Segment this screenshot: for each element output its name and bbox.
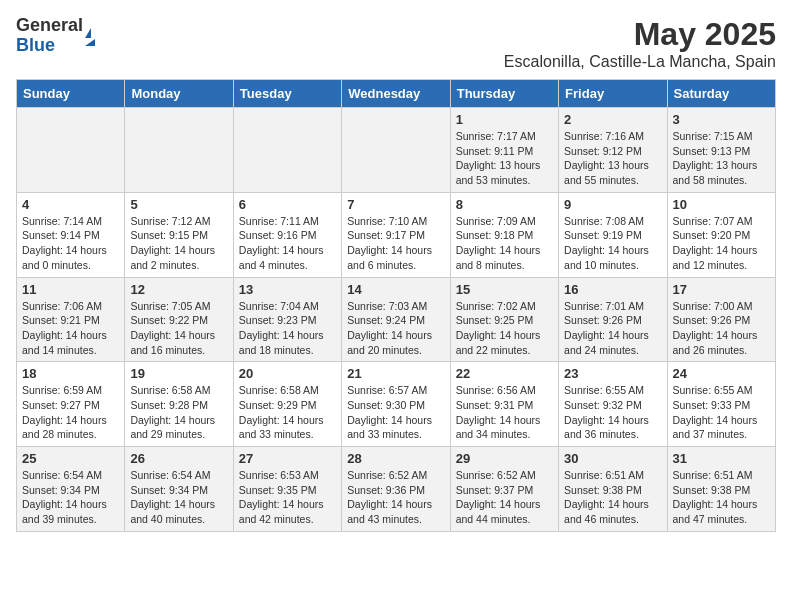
calendar-day-cell: 28Sunrise: 6:52 AM Sunset: 9:36 PM Dayli… — [342, 447, 450, 532]
day-number: 31 — [673, 451, 770, 466]
day-info: Sunrise: 7:16 AM Sunset: 9:12 PM Dayligh… — [564, 129, 661, 188]
calendar-day-cell: 5Sunrise: 7:12 AM Sunset: 9:15 PM Daylig… — [125, 192, 233, 277]
day-info: Sunrise: 7:15 AM Sunset: 9:13 PM Dayligh… — [673, 129, 770, 188]
day-number: 15 — [456, 282, 553, 297]
logo: General Blue — [16, 16, 95, 56]
day-number: 12 — [130, 282, 227, 297]
day-number: 29 — [456, 451, 553, 466]
calendar-day-cell: 18Sunrise: 6:59 AM Sunset: 9:27 PM Dayli… — [17, 362, 125, 447]
day-number: 1 — [456, 112, 553, 127]
day-number: 2 — [564, 112, 661, 127]
calendar-day-cell: 16Sunrise: 7:01 AM Sunset: 9:26 PM Dayli… — [559, 277, 667, 362]
calendar-day-cell: 7Sunrise: 7:10 AM Sunset: 9:17 PM Daylig… — [342, 192, 450, 277]
calendar-day-cell: 2Sunrise: 7:16 AM Sunset: 9:12 PM Daylig… — [559, 108, 667, 193]
day-info: Sunrise: 6:53 AM Sunset: 9:35 PM Dayligh… — [239, 468, 336, 527]
day-info: Sunrise: 6:52 AM Sunset: 9:37 PM Dayligh… — [456, 468, 553, 527]
calendar-day-cell: 21Sunrise: 6:57 AM Sunset: 9:30 PM Dayli… — [342, 362, 450, 447]
day-number: 30 — [564, 451, 661, 466]
day-info: Sunrise: 7:12 AM Sunset: 9:15 PM Dayligh… — [130, 214, 227, 273]
day-info: Sunrise: 7:14 AM Sunset: 9:14 PM Dayligh… — [22, 214, 119, 273]
calendar-day-cell: 4Sunrise: 7:14 AM Sunset: 9:14 PM Daylig… — [17, 192, 125, 277]
calendar-day-cell: 22Sunrise: 6:56 AM Sunset: 9:31 PM Dayli… — [450, 362, 558, 447]
day-info: Sunrise: 6:57 AM Sunset: 9:30 PM Dayligh… — [347, 383, 444, 442]
calendar-day-cell: 14Sunrise: 7:03 AM Sunset: 9:24 PM Dayli… — [342, 277, 450, 362]
day-number: 11 — [22, 282, 119, 297]
calendar-day-cell: 30Sunrise: 6:51 AM Sunset: 9:38 PM Dayli… — [559, 447, 667, 532]
day-number: 17 — [673, 282, 770, 297]
calendar-week-row: 18Sunrise: 6:59 AM Sunset: 9:27 PM Dayli… — [17, 362, 776, 447]
day-number: 5 — [130, 197, 227, 212]
calendar-day-cell: 20Sunrise: 6:58 AM Sunset: 9:29 PM Dayli… — [233, 362, 341, 447]
calendar-day-cell: 27Sunrise: 6:53 AM Sunset: 9:35 PM Dayli… — [233, 447, 341, 532]
day-number: 3 — [673, 112, 770, 127]
day-number: 21 — [347, 366, 444, 381]
day-info: Sunrise: 7:00 AM Sunset: 9:26 PM Dayligh… — [673, 299, 770, 358]
calendar-day-cell: 8Sunrise: 7:09 AM Sunset: 9:18 PM Daylig… — [450, 192, 558, 277]
calendar-week-row: 1Sunrise: 7:17 AM Sunset: 9:11 PM Daylig… — [17, 108, 776, 193]
day-info: Sunrise: 6:54 AM Sunset: 9:34 PM Dayligh… — [130, 468, 227, 527]
day-info: Sunrise: 7:05 AM Sunset: 9:22 PM Dayligh… — [130, 299, 227, 358]
calendar-day-cell: 25Sunrise: 6:54 AM Sunset: 9:34 PM Dayli… — [17, 447, 125, 532]
calendar-table: SundayMondayTuesdayWednesdayThursdayFrid… — [16, 79, 776, 532]
day-info: Sunrise: 7:07 AM Sunset: 9:20 PM Dayligh… — [673, 214, 770, 273]
calendar-week-row: 4Sunrise: 7:14 AM Sunset: 9:14 PM Daylig… — [17, 192, 776, 277]
day-number: 4 — [22, 197, 119, 212]
header-cell: Monday — [125, 80, 233, 108]
header-cell: Thursday — [450, 80, 558, 108]
day-info: Sunrise: 6:51 AM Sunset: 9:38 PM Dayligh… — [673, 468, 770, 527]
day-number: 28 — [347, 451, 444, 466]
day-info: Sunrise: 6:55 AM Sunset: 9:32 PM Dayligh… — [564, 383, 661, 442]
calendar-day-cell — [233, 108, 341, 193]
day-number: 8 — [456, 197, 553, 212]
calendar-day-cell: 10Sunrise: 7:07 AM Sunset: 9:20 PM Dayli… — [667, 192, 775, 277]
calendar-day-cell — [125, 108, 233, 193]
calendar-day-cell: 17Sunrise: 7:00 AM Sunset: 9:26 PM Dayli… — [667, 277, 775, 362]
day-number: 18 — [22, 366, 119, 381]
page-header: General Blue May 2025 Escalonilla, Casti… — [16, 16, 776, 71]
day-info: Sunrise: 6:54 AM Sunset: 9:34 PM Dayligh… — [22, 468, 119, 527]
header-cell: Friday — [559, 80, 667, 108]
day-number: 9 — [564, 197, 661, 212]
calendar-day-cell: 11Sunrise: 7:06 AM Sunset: 9:21 PM Dayli… — [17, 277, 125, 362]
logo-blue: Blue — [16, 35, 55, 55]
day-info: Sunrise: 7:17 AM Sunset: 9:11 PM Dayligh… — [456, 129, 553, 188]
calendar-day-cell: 29Sunrise: 6:52 AM Sunset: 9:37 PM Dayli… — [450, 447, 558, 532]
calendar-day-cell: 19Sunrise: 6:58 AM Sunset: 9:28 PM Dayli… — [125, 362, 233, 447]
calendar-day-cell: 26Sunrise: 6:54 AM Sunset: 9:34 PM Dayli… — [125, 447, 233, 532]
day-number: 19 — [130, 366, 227, 381]
calendar-day-cell: 6Sunrise: 7:11 AM Sunset: 9:16 PM Daylig… — [233, 192, 341, 277]
header-cell: Tuesday — [233, 80, 341, 108]
day-info: Sunrise: 7:03 AM Sunset: 9:24 PM Dayligh… — [347, 299, 444, 358]
day-info: Sunrise: 6:58 AM Sunset: 9:29 PM Dayligh… — [239, 383, 336, 442]
day-number: 6 — [239, 197, 336, 212]
day-info: Sunrise: 6:55 AM Sunset: 9:33 PM Dayligh… — [673, 383, 770, 442]
header-cell: Wednesday — [342, 80, 450, 108]
day-number: 27 — [239, 451, 336, 466]
day-number: 14 — [347, 282, 444, 297]
calendar-day-cell: 3Sunrise: 7:15 AM Sunset: 9:13 PM Daylig… — [667, 108, 775, 193]
day-number: 10 — [673, 197, 770, 212]
header-cell: Sunday — [17, 80, 125, 108]
day-info: Sunrise: 7:09 AM Sunset: 9:18 PM Dayligh… — [456, 214, 553, 273]
title-block: May 2025 Escalonilla, Castille-La Mancha… — [504, 16, 776, 71]
header-row: SundayMondayTuesdayWednesdayThursdayFrid… — [17, 80, 776, 108]
calendar-day-cell: 24Sunrise: 6:55 AM Sunset: 9:33 PM Dayli… — [667, 362, 775, 447]
calendar-day-cell: 12Sunrise: 7:05 AM Sunset: 9:22 PM Dayli… — [125, 277, 233, 362]
day-number: 16 — [564, 282, 661, 297]
day-info: Sunrise: 7:10 AM Sunset: 9:17 PM Dayligh… — [347, 214, 444, 273]
logo-general: General — [16, 15, 83, 35]
day-info: Sunrise: 7:08 AM Sunset: 9:19 PM Dayligh… — [564, 214, 661, 273]
day-info: Sunrise: 7:02 AM Sunset: 9:25 PM Dayligh… — [456, 299, 553, 358]
day-info: Sunrise: 6:51 AM Sunset: 9:38 PM Dayligh… — [564, 468, 661, 527]
calendar-day-cell: 31Sunrise: 6:51 AM Sunset: 9:38 PM Dayli… — [667, 447, 775, 532]
calendar-day-cell: 9Sunrise: 7:08 AM Sunset: 9:19 PM Daylig… — [559, 192, 667, 277]
day-info: Sunrise: 6:52 AM Sunset: 9:36 PM Dayligh… — [347, 468, 444, 527]
calendar-day-cell: 1Sunrise: 7:17 AM Sunset: 9:11 PM Daylig… — [450, 108, 558, 193]
day-number: 13 — [239, 282, 336, 297]
calendar-day-cell: 23Sunrise: 6:55 AM Sunset: 9:32 PM Dayli… — [559, 362, 667, 447]
day-info: Sunrise: 7:11 AM Sunset: 9:16 PM Dayligh… — [239, 214, 336, 273]
page-subtitle: Escalonilla, Castille-La Mancha, Spain — [504, 53, 776, 71]
page-title: May 2025 — [504, 16, 776, 53]
day-info: Sunrise: 7:01 AM Sunset: 9:26 PM Dayligh… — [564, 299, 661, 358]
day-info: Sunrise: 6:58 AM Sunset: 9:28 PM Dayligh… — [130, 383, 227, 442]
